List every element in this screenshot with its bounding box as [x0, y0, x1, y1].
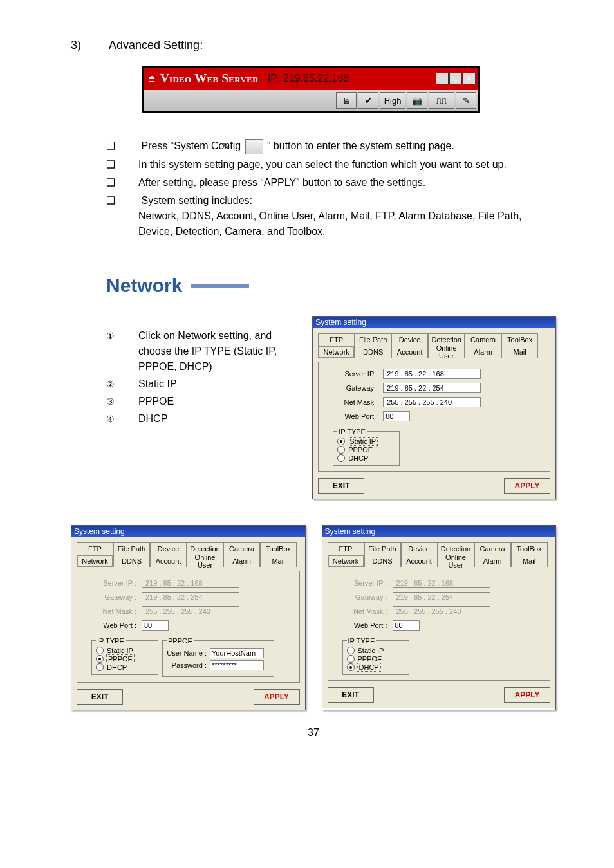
iptype-radio-dhcp[interactable]: DHCP [347, 663, 405, 671]
step-3: ③PPPOE [106, 394, 296, 409]
netmask-field: 255 . 255 . 255 . 240 [142, 606, 239, 616]
tabs: FTPFile PathDeviceDetectionCameraToolBox… [77, 542, 300, 568]
webport-field[interactable]: 80 [142, 620, 169, 631]
tab-account[interactable]: Account [391, 346, 428, 358]
network-steps: ①Click on Network setting, and choose th… [106, 326, 296, 429]
tab-ftp[interactable]: FTP [77, 542, 113, 555]
maximize-button[interactable]: □ [449, 73, 462, 84]
tab-toolbox[interactable]: ToolBox [260, 542, 297, 555]
apply-button[interactable]: APPLY [254, 689, 300, 705]
tab-ftp[interactable]: FTP [328, 542, 364, 555]
tab-camera[interactable]: Camera [223, 542, 260, 555]
minimize-button[interactable]: _ [436, 73, 449, 84]
radio-icon [337, 454, 345, 462]
tab-ddns[interactable]: DDNS [364, 555, 401, 567]
window-buttons: _ □ ✕ [436, 73, 476, 84]
apply-button[interactable]: APPLY [504, 687, 550, 703]
tabs: FTPFile PathDeviceDetectionCameraToolBox… [328, 542, 551, 568]
tab-device[interactable]: Device [391, 333, 428, 346]
tabs: FTPFile PathDeviceDetectionCameraToolBox… [318, 333, 550, 358]
tab-mail[interactable]: Mail [511, 555, 548, 567]
iptype-radio-pppoe[interactable]: PPPOE [337, 446, 395, 454]
tab-toolbox[interactable]: ToolBox [501, 333, 538, 346]
radio-icon [96, 655, 104, 663]
system-setting-panel-static: System setting FTPFile PathDeviceDetecti… [312, 316, 556, 499]
tab-network[interactable]: Network [328, 555, 364, 568]
instruction-list: Press “System Config ✎ ” button to enter… [106, 138, 556, 239]
instruction-item: In this system setting page, you can sel… [106, 157, 556, 172]
tab-camera[interactable]: Camera [465, 333, 501, 346]
vws-logo-icon: 🖥 [146, 73, 156, 84]
pppoe-password-input[interactable] [210, 660, 264, 670]
video-web-server-window: 🖥 Video Web Server IP: 219.85.22.168 _ □… [142, 66, 480, 113]
iptype-radio-static-ip[interactable]: Static IP [347, 647, 405, 654]
iptype-radio-dhcp[interactable]: DHCP [337, 454, 395, 462]
webport-row: Web Port : 80 [91, 620, 294, 631]
tab-alarm[interactable]: Alarm [223, 555, 260, 567]
webport-field[interactable]: 80 [383, 411, 410, 421]
camera-icon[interactable]: 📷 [407, 92, 427, 109]
tab-alarm[interactable]: Alarm [465, 346, 501, 358]
tab-network[interactable]: Network [318, 346, 355, 358]
close-button[interactable]: ✕ [463, 73, 476, 84]
tab-ftp[interactable]: FTP [318, 333, 355, 346]
tab-network[interactable]: Network [77, 555, 113, 568]
check-icon[interactable]: ✔ [358, 92, 378, 109]
pppoe-username-input[interactable] [210, 648, 264, 658]
page-number: 37 [71, 727, 556, 739]
webport-field[interactable]: 80 [393, 620, 420, 631]
gateway-field: 219 . 85 . 22 . 254 [142, 592, 239, 602]
netmask-field[interactable]: 255 . 255 . 255 . 240 [383, 397, 481, 407]
tab-device[interactable]: Device [150, 542, 187, 555]
exit-button[interactable]: EXIT [328, 687, 374, 703]
iptype-radio-static-ip[interactable]: Static IP [96, 647, 154, 654]
tab-file-path[interactable]: File Path [355, 333, 391, 346]
server-ip-field[interactable]: 219 . 85 . 22 . 168 [383, 369, 481, 379]
system-setting-panel-pppoe: System setting FTPFile PathDeviceDetecti… [71, 525, 306, 710]
iptype-group: IP TYPE Static IP PPPOE DHCP [333, 428, 400, 466]
step-4: ④DHCP [106, 411, 296, 427]
tab-account[interactable]: Account [401, 555, 438, 567]
webport-row: Web Port : 80 [333, 411, 544, 421]
instruction-item: After setting, please press “APPLY” butt… [106, 175, 556, 190]
tab-device[interactable]: Device [401, 542, 438, 555]
netmask-row: Net Mask : 255 . 255 . 255 . 240 [91, 606, 294, 616]
iptype-group: IP TYPE Static IP PPPOE DHCP [342, 637, 409, 675]
tab-ddns[interactable]: DDNS [355, 346, 391, 358]
iptype-radio-static-ip[interactable]: Static IP [337, 438, 395, 445]
tab-toolbox[interactable]: ToolBox [511, 542, 548, 555]
tab-file-path[interactable]: File Path [364, 542, 401, 555]
apply-button[interactable]: APPLY [504, 478, 550, 494]
iptype-radio-pppoe[interactable]: PPPOE [347, 655, 405, 663]
monitor-icon[interactable]: 🖥 [336, 92, 357, 109]
tab-ddns[interactable]: DDNS [113, 555, 150, 567]
gateway-field[interactable]: 219 . 85 . 22 . 254 [383, 383, 481, 393]
step-2: ②Static IP [106, 376, 296, 392]
server-ip-row: Server IP : 219 . 85 . 22 . 168 [333, 369, 544, 379]
exit-button[interactable]: EXIT [318, 478, 364, 494]
tab-alarm[interactable]: Alarm [474, 555, 511, 567]
system-setting-panel-dhcp: System setting FTPFile PathDeviceDetecti… [322, 525, 557, 710]
tab-online-user[interactable]: Online User [428, 346, 465, 358]
radio-icon [96, 663, 104, 671]
iptype-radio-dhcp[interactable]: DHCP [96, 663, 154, 671]
exit-button[interactable]: EXIT [77, 689, 123, 705]
tab-camera[interactable]: Camera [474, 542, 511, 555]
config-icon[interactable]: ✎ [456, 92, 476, 109]
tab-content: Server IP : 219 . 85 . 22 . 168 Gateway … [318, 362, 550, 472]
high-button[interactable]: High [380, 92, 405, 109]
tab-account[interactable]: Account [150, 555, 187, 567]
vws-app-name: Video Web Server [160, 71, 259, 86]
netmask-row: Net Mask : 255 . 255 . 255 . 240 [342, 606, 545, 616]
radio-icon [347, 655, 355, 663]
tab-mail[interactable]: Mail [260, 555, 297, 567]
sliders-icon[interactable]: ⎍⎍ [429, 92, 454, 109]
iptype-radio-pppoe[interactable]: PPPOE [96, 655, 154, 663]
vws-ip: IP: 219.85.22.168 [268, 73, 349, 84]
vws-toolbar: 🖥 ✔ High 📷 ⎍⎍ ✎ [144, 90, 478, 111]
tab-online-user[interactable]: Online User [187, 555, 223, 567]
tab-online-user[interactable]: Online User [438, 555, 474, 567]
tab-file-path[interactable]: File Path [113, 542, 150, 555]
tab-mail[interactable]: Mail [501, 346, 538, 358]
heading-bar-icon [191, 284, 249, 288]
